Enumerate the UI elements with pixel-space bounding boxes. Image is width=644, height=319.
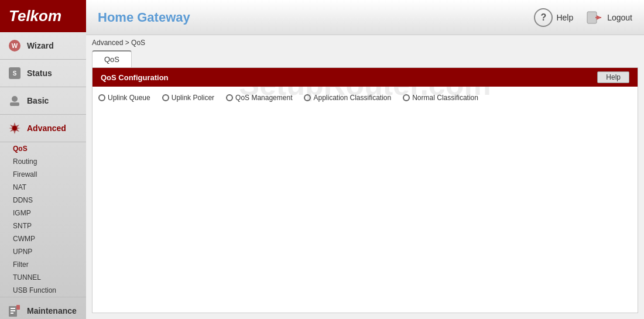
main-content: Home Gateway ? Help Logout Advanced > Qo… [86, 0, 644, 319]
qos-content: SetupRouter.com QoS Configuration Help U… [93, 68, 638, 109]
breadcrumb: Advanced > QoS [86, 35, 644, 50]
svg-rect-8 [11, 308, 15, 309]
radio-qos-management[interactable]: QoS Management [226, 94, 292, 102]
sidebar-sub-item-igmp[interactable]: IGMP [0, 207, 86, 219]
sidebar-item-maintenance[interactable]: Maintenance [0, 297, 86, 319]
radio-application-classification[interactable]: Application Classification [304, 94, 391, 102]
brand-name: Telkom [9, 7, 61, 25]
maintenance-icon [7, 303, 22, 318]
basic-icon [7, 93, 22, 108]
sidebar-sub-item-upnp[interactable]: UPNP [0, 245, 86, 258]
svg-text:S: S [13, 70, 17, 77]
sidebar-sub-item-qos[interactable]: QoS [0, 142, 86, 155]
qos-help-button[interactable]: Help [597, 71, 629, 83]
page-title: Home Gateway [98, 10, 190, 25]
sidebar-item-basic[interactable]: Basic [0, 87, 86, 115]
sidebar-sub-item-sntp[interactable]: SNTP [0, 219, 86, 232]
sidebar-item-advanced[interactable]: Advanced [0, 115, 86, 142]
sidebar-item-label: Status [27, 68, 52, 78]
status-icon: S [7, 66, 22, 81]
tab-bar: QoS [86, 50, 644, 67]
logout-label: Logout [607, 13, 632, 22]
sidebar-item-label: Advanced [27, 124, 66, 133]
header: Home Gateway ? Help Logout [86, 0, 644, 35]
sidebar-sub-item-usb-function[interactable]: USB Function [0, 284, 86, 297]
radio-normal-classification[interactable]: Normal Classification [403, 94, 478, 102]
radio-label: QoS Management [235, 94, 292, 102]
logout-button[interactable]: Logout [585, 8, 632, 27]
advanced-icon [7, 121, 22, 136]
qos-config-title: QoS Configuration [101, 73, 169, 82]
sidebar-sub-item-ddns[interactable]: DDNS [0, 194, 86, 207]
help-button[interactable]: ? Help [534, 8, 573, 27]
radio-circle [304, 94, 311, 101]
svg-rect-10 [11, 313, 13, 314]
svg-rect-11 [16, 305, 20, 310]
qos-config-bar: QoS Configuration Help [93, 68, 638, 87]
header-actions: ? Help Logout [534, 8, 632, 27]
sidebar-sub-item-firewall[interactable]: Firewall [0, 168, 86, 181]
sidebar: Telkom W Wizard S Status Basic Advanced … [0, 0, 86, 319]
wizard-icon: W [7, 38, 22, 53]
sidebar-sub-item-routing[interactable]: Routing [0, 155, 86, 168]
tab-qos[interactable]: QoS [92, 50, 132, 67]
svg-text:W: W [12, 42, 18, 49]
sidebar-item-wizard[interactable]: W Wizard [0, 32, 86, 60]
radio-uplink-queue[interactable]: Uplink Queue [98, 94, 150, 102]
svg-rect-9 [11, 310, 15, 311]
sidebar-item-status[interactable]: S Status [0, 60, 86, 87]
radio-circle [162, 94, 169, 101]
brand-logo: Telkom [0, 0, 86, 32]
radio-circle [226, 94, 233, 101]
radio-label: Uplink Policer [172, 94, 214, 102]
logout-icon [585, 8, 604, 27]
content-area: SetupRouter.com QoS Configuration Help U… [92, 67, 638, 313]
sidebar-sub-item-cwmp[interactable]: CWMP [0, 232, 86, 245]
radio-label: Application Classification [313, 94, 391, 102]
radio-options-row: Uplink Queue Uplink Policer QoS Manageme… [93, 87, 638, 109]
svg-point-4 [12, 96, 18, 102]
sidebar-sub-item-nat[interactable]: NAT [0, 181, 86, 194]
radio-label: Uplink Queue [108, 94, 150, 102]
sidebar-item-label: Basic [27, 96, 49, 105]
sidebar-sub-item-filter[interactable]: Filter [0, 258, 86, 271]
sidebar-item-label: Wizard [27, 41, 54, 50]
svg-rect-12 [587, 12, 597, 23]
sidebar-sub-item-tunnel[interactable]: TUNNEL [0, 271, 86, 284]
radio-circle [98, 94, 105, 101]
radio-uplink-policer[interactable]: Uplink Policer [162, 94, 214, 102]
radio-circle [403, 94, 410, 101]
radio-label: Normal Classification [412, 94, 478, 102]
help-icon: ? [534, 8, 553, 27]
sidebar-item-label: Maintenance [27, 306, 77, 315]
help-label: Help [556, 13, 573, 22]
svg-rect-5 [10, 102, 19, 106]
